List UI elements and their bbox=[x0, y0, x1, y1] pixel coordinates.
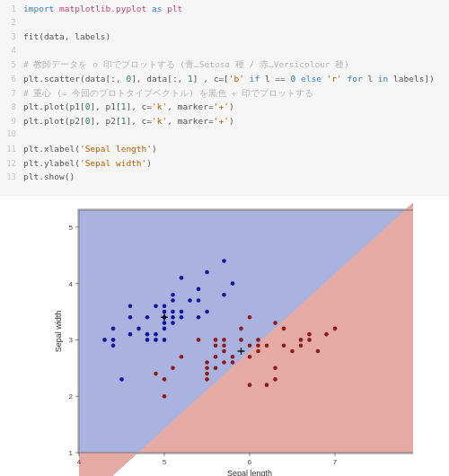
line-number: 6 bbox=[0, 75, 23, 84]
data-point bbox=[273, 321, 277, 325]
data-point bbox=[282, 343, 286, 348]
data-point bbox=[154, 338, 158, 342]
data-point bbox=[333, 326, 338, 331]
data-point bbox=[145, 315, 150, 320]
data-point bbox=[163, 394, 167, 399]
x-tick-label: 4 bbox=[77, 458, 82, 466]
data-point bbox=[222, 360, 226, 365]
data-point bbox=[256, 348, 260, 353]
data-point bbox=[111, 338, 116, 342]
data-point bbox=[171, 298, 175, 303]
data-point bbox=[163, 338, 167, 342]
data-point bbox=[154, 304, 158, 308]
code-line: 4 bbox=[0, 46, 449, 60]
line-number: 10 bbox=[0, 129, 23, 138]
code-line: 6plt.scatter(data[:, 0], data[:, 1] , c=… bbox=[0, 74, 449, 88]
line-number: 8 bbox=[0, 102, 23, 111]
code-content: plt.show() bbox=[23, 172, 449, 181]
code-content: plt.plot(p2[0], p2[1], c='k', marker='+'… bbox=[23, 116, 449, 126]
code-content: fit(data, labels) bbox=[23, 31, 449, 41]
data-point bbox=[205, 372, 209, 376]
data-point bbox=[222, 348, 226, 353]
code-content: plt.ylabel('Sepal width') bbox=[23, 158, 449, 168]
data-point bbox=[231, 360, 235, 365]
data-point bbox=[163, 304, 167, 308]
data-point bbox=[128, 304, 133, 308]
data-point bbox=[197, 338, 201, 342]
data-point bbox=[248, 343, 252, 348]
line-number: 12 bbox=[0, 159, 23, 168]
x-tick-label: 5 bbox=[163, 458, 167, 466]
code-content: plt.xlabel('Sepal length') bbox=[23, 144, 449, 154]
data-point bbox=[214, 343, 218, 348]
data-point bbox=[145, 338, 150, 342]
code-line: 12plt.ylabel('Sepal width') bbox=[0, 158, 449, 172]
y-axis-label: Sepal width bbox=[54, 310, 63, 352]
code-line: 9plt.plot(p2[0], p2[1], c='k', marker='+… bbox=[0, 116, 449, 130]
data-point bbox=[324, 332, 329, 337]
data-point bbox=[111, 326, 116, 331]
data-point bbox=[171, 293, 175, 297]
data-point bbox=[205, 366, 209, 370]
data-point bbox=[171, 366, 175, 370]
y-tick-label: 3 bbox=[69, 336, 74, 344]
data-point bbox=[256, 343, 260, 348]
data-point bbox=[205, 360, 209, 365]
data-point bbox=[180, 276, 184, 280]
chart-area: 4567812345Sepal lengthSepal width bbox=[0, 196, 449, 476]
code-line: 2 bbox=[0, 18, 449, 32]
data-point bbox=[307, 338, 312, 342]
data-point bbox=[231, 355, 235, 359]
code-line: 3fit(data, labels) bbox=[0, 31, 449, 46]
data-point bbox=[299, 338, 304, 342]
data-point bbox=[265, 383, 269, 387]
data-point bbox=[119, 377, 124, 382]
data-point bbox=[180, 309, 184, 313]
data-point bbox=[316, 348, 321, 353]
data-point bbox=[111, 343, 116, 348]
data-point bbox=[248, 383, 252, 387]
data-point bbox=[222, 343, 226, 348]
data-point bbox=[222, 338, 226, 342]
data-point bbox=[188, 298, 192, 303]
data-point bbox=[180, 315, 184, 320]
data-point bbox=[180, 355, 184, 359]
data-point bbox=[222, 259, 226, 263]
code-line: 11plt.xlabel('Sepal length') bbox=[0, 144, 449, 158]
data-point bbox=[299, 343, 304, 348]
data-point bbox=[248, 355, 252, 359]
line-number: 7 bbox=[0, 89, 23, 98]
data-point bbox=[239, 326, 243, 331]
data-point bbox=[273, 377, 277, 382]
y-tick-label: 2 bbox=[69, 392, 74, 401]
y-tick-label: 5 bbox=[69, 224, 74, 232]
data-point bbox=[197, 315, 201, 320]
code-content: # 教師データを o 印でプロットする (青…Setosa 種 / 赤…Vers… bbox=[23, 59, 449, 71]
data-point bbox=[163, 377, 167, 382]
code-line: 1import matplotlib.pyplot as plt bbox=[0, 4, 449, 18]
data-point bbox=[205, 309, 209, 313]
data-point bbox=[231, 281, 235, 286]
data-point bbox=[171, 315, 175, 320]
scatter-chart: 4567812345Sepal lengthSepal width bbox=[54, 203, 413, 476]
data-point bbox=[171, 321, 175, 325]
data-point bbox=[163, 326, 167, 331]
y-tick-label: 4 bbox=[69, 279, 74, 287]
data-point bbox=[214, 366, 218, 370]
code-line: 8plt.plot(p1[0], p1[1], c='k', marker='+… bbox=[0, 101, 449, 116]
code-line: 13plt.show() bbox=[0, 172, 449, 186]
data-point bbox=[214, 338, 218, 342]
data-point bbox=[248, 315, 252, 320]
data-point bbox=[136, 326, 141, 331]
data-point bbox=[205, 269, 209, 274]
data-point bbox=[171, 309, 175, 313]
data-point bbox=[265, 343, 269, 348]
line-number: 3 bbox=[0, 32, 23, 41]
line-number: 5 bbox=[0, 60, 23, 69]
x-axis-label: Sepal length bbox=[227, 469, 272, 476]
data-point bbox=[145, 332, 150, 337]
x-tick-label: 6 bbox=[248, 458, 252, 466]
code-line: 10 bbox=[0, 129, 449, 144]
data-point bbox=[307, 332, 312, 337]
data-point bbox=[154, 372, 158, 376]
